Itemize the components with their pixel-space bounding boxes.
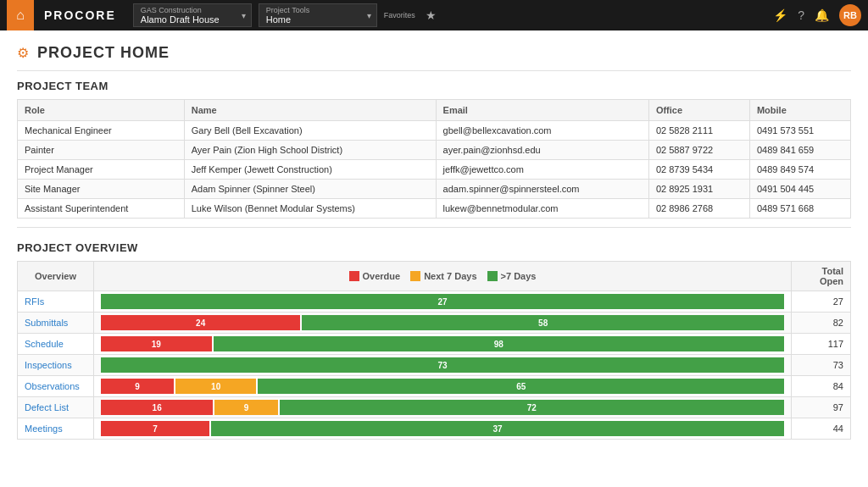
plugin-icon[interactable]: ⚡ <box>773 8 787 22</box>
bar-segment: 10 <box>175 379 256 394</box>
overview-link[interactable]: Schedule <box>25 339 64 349</box>
topnav-right: ⚡ ? 🔔 RB <box>773 4 861 26</box>
cell-role: Project Manager <box>18 160 185 180</box>
overview-header-row: Overview Overdue Next 7 Days <box>18 262 851 291</box>
tools-dropdown[interactable]: Project Tools Home ▾ <box>259 3 377 27</box>
overdue-box <box>349 271 359 281</box>
overview-total-schedule: 117 <box>792 334 851 355</box>
home-icon: ⌂ <box>16 8 25 23</box>
project-label: Alamo Draft House <box>141 14 244 25</box>
bar-container: 2458 <box>101 315 784 330</box>
bar-segment: 58 <box>302 315 784 330</box>
overview-link[interactable]: Inspections <box>25 360 72 370</box>
cell-role: Painter <box>18 141 185 160</box>
overview-bar-rfis: 27 <box>94 291 792 313</box>
overview-divider <box>17 227 851 228</box>
col-role: Role <box>18 100 185 121</box>
bar-segment: 16 <box>101 400 213 415</box>
cell-role: Assistant Superintendent <box>18 199 185 219</box>
list-item: Meetings73744 <box>18 418 851 440</box>
overview-label-defect list[interactable]: Defect List <box>18 397 94 418</box>
cell-email: gbell@bellexcavation.com <box>436 121 648 141</box>
overview-bar-submittals: 2458 <box>94 313 792 334</box>
bar-segment: 7 <box>101 421 209 436</box>
list-item: Schedule1998117 <box>18 334 851 355</box>
overview-link[interactable]: Submittals <box>25 318 68 328</box>
overview-link[interactable]: Defect List <box>25 402 69 412</box>
favorites-label: Favorites <box>384 11 415 19</box>
col-overview: Overview <box>18 262 94 291</box>
overview-total-inspections: 73 <box>792 355 851 376</box>
list-item: Inspections7373 <box>18 355 851 376</box>
help-icon[interactable]: ? <box>798 8 804 22</box>
favorites-section: Favorites <box>384 11 415 19</box>
bar-container: 27 <box>101 294 784 309</box>
overview-bar-schedule: 1998 <box>94 334 792 355</box>
bar-segment: 24 <box>101 315 300 330</box>
page-title: PROJECT HOME <box>37 44 170 62</box>
company-label: GAS Construction <box>141 6 244 14</box>
cell-mobile: 0491 573 551 <box>749 121 850 141</box>
overview-link[interactable]: RFIs <box>25 296 44 307</box>
bar-segment: 9 <box>101 379 174 394</box>
overview-total-rfis: 27 <box>792 291 851 313</box>
overview-total-submittals: 82 <box>792 313 851 334</box>
page-title-row: ⚙ PROJECT HOME <box>17 44 851 62</box>
col-email: Email <box>436 100 648 121</box>
cell-mobile: 0489 571 668 <box>749 199 850 219</box>
tools-label: Project Tools <box>266 6 370 14</box>
cell-name: Ayer Pain (Zion High School District) <box>184 141 436 160</box>
cell-mobile: 0489 849 574 <box>749 160 850 180</box>
table-row: Mechanical EngineerGary Bell (Bell Excav… <box>18 121 851 141</box>
main-content: ⚙ PROJECT HOME PROJECT TEAM Role Name Em… <box>0 30 868 487</box>
user-avatar[interactable]: RB <box>839 4 861 26</box>
home-button[interactable]: ⌂ <box>7 0 34 30</box>
company-dropdown[interactable]: GAS Construction Alamo Draft House ▾ <box>133 3 252 27</box>
bar-segment: 65 <box>258 379 784 394</box>
bar-container: 91065 <box>101 379 784 394</box>
favorites-star-icon[interactable]: ★ <box>426 8 437 22</box>
overview-link[interactable]: Meetings <box>25 423 63 434</box>
col-name: Name <box>184 100 436 121</box>
cell-mobile: 0489 841 659 <box>749 141 850 160</box>
cell-mobile: 0491 504 445 <box>749 180 850 199</box>
overview-total-observations: 84 <box>792 376 851 397</box>
overview-label-meetings[interactable]: Meetings <box>18 418 94 440</box>
gear-icon: ⚙ <box>17 45 29 61</box>
col-legend: Overdue Next 7 Days >7 Days <box>94 262 792 291</box>
bar-container: 73 <box>101 357 784 373</box>
overview-bar-meetings: 737 <box>94 418 792 440</box>
bar-segment: 98 <box>214 336 784 351</box>
next7-box <box>410 271 420 281</box>
bar-container: 16972 <box>101 400 784 415</box>
cell-name: Jeff Kemper (Jewett Construction) <box>184 160 436 180</box>
overview-bar-defect list: 16972 <box>94 397 792 418</box>
list-item: Submittals245882 <box>18 313 851 334</box>
overview-label-inspections[interactable]: Inspections <box>18 355 94 376</box>
chevron-down-icon: ▾ <box>242 11 246 20</box>
bar-container: 1998 <box>101 336 784 351</box>
bar-segment: 73 <box>101 357 784 373</box>
bar-segment: 9 <box>214 400 277 415</box>
bell-icon[interactable]: 🔔 <box>815 8 829 22</box>
gt7-label: >7 Days <box>501 271 537 281</box>
overview-label-observations[interactable]: Observations <box>18 376 94 397</box>
col-total-open: Total Open <box>792 262 851 291</box>
overview-label-schedule[interactable]: Schedule <box>18 334 94 355</box>
overview-table: Overview Overdue Next 7 Days <box>17 261 851 440</box>
overview-link[interactable]: Observations <box>25 381 80 391</box>
cell-email: ayer.pain@zionhsd.edu <box>436 141 648 160</box>
table-row: Assistant SuperintendentLuke Wilson (Ben… <box>18 199 851 219</box>
cell-office: 02 8739 5434 <box>648 160 749 180</box>
bar-container: 737 <box>101 421 784 436</box>
cell-role: Site Manager <box>18 180 185 199</box>
tool-name-label: Home <box>266 14 370 25</box>
overview-total-defect list: 97 <box>792 397 851 418</box>
overdue-label: Overdue <box>363 271 401 281</box>
overview-section: PROJECT OVERVIEW Overview Overdue <box>17 241 851 440</box>
overview-bar-observations: 91065 <box>94 376 792 397</box>
team-table-header: Role Name Email Office Mobile <box>18 100 851 121</box>
cell-office: 02 5828 2111 <box>648 121 749 141</box>
overview-label-submittals[interactable]: Submittals <box>18 313 94 334</box>
overview-label-rfis[interactable]: RFIs <box>18 291 94 313</box>
